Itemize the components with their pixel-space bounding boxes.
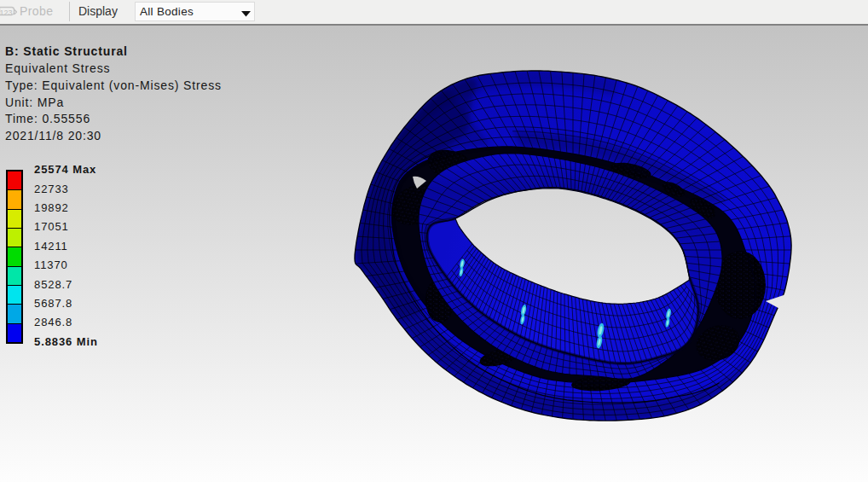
svg-text:123: 123 bbox=[0, 9, 13, 17]
